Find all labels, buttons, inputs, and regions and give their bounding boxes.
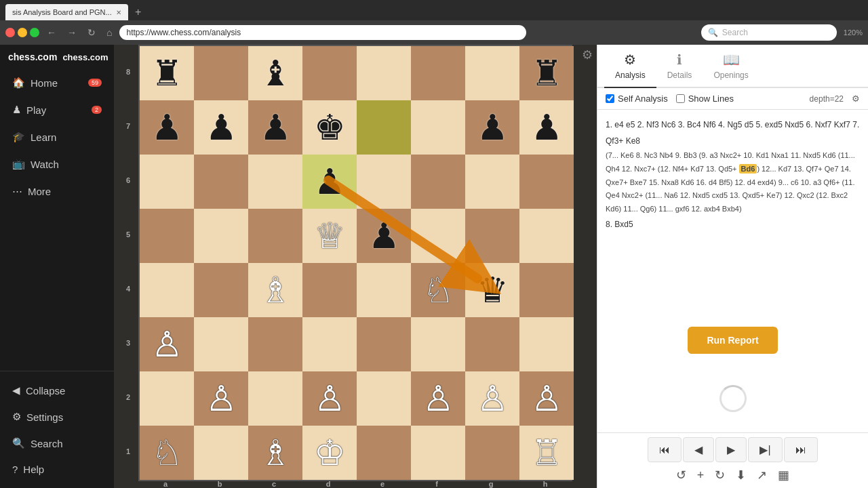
nav-first-button[interactable]: ⏮: [648, 437, 682, 462]
square-d2[interactable]: ♙: [302, 371, 357, 426]
square-e7[interactable]: [357, 100, 411, 155]
square-e2[interactable]: [357, 371, 411, 426]
flip-board-button[interactable]: ↺: [673, 466, 689, 484]
window-minimize-button[interactable]: [18, 28, 27, 37]
square-b5[interactable]: [194, 209, 248, 263]
nav-next-button[interactable]: ▶|: [748, 437, 782, 462]
sidebar-item-settings[interactable]: ⚙ Settings: [3, 404, 111, 430]
browser-refresh-button[interactable]: ↻: [84, 26, 99, 39]
square-c5[interactable]: [248, 209, 302, 263]
square-g1[interactable]: [465, 426, 519, 480]
square-a7[interactable]: ♟: [140, 100, 194, 155]
square-c4[interactable]: ♗: [248, 263, 302, 317]
square-b8[interactable]: [194, 46, 248, 100]
square-h8[interactable]: ♜: [519, 46, 574, 100]
run-report-button[interactable]: Run Report: [688, 327, 777, 354]
square-e1[interactable]: [357, 426, 411, 480]
square-a3[interactable]: ♙: [140, 317, 194, 371]
square-b6[interactable]: [194, 155, 248, 209]
share-button[interactable]: ↗: [754, 466, 770, 484]
self-analysis-checkbox[interactable]: [606, 94, 614, 103]
board-settings-icon[interactable]: ⚙: [582, 47, 593, 62]
square-e4[interactable]: [357, 263, 411, 317]
sidebar-item-more[interactable]: ⋯ More: [3, 178, 111, 204]
square-f7[interactable]: [411, 100, 465, 155]
tab-analysis[interactable]: ⚙ Analysis: [604, 45, 656, 88]
sidebar-item-learn[interactable]: 🎓 Learn: [3, 124, 111, 150]
square-f2[interactable]: ♙: [411, 371, 465, 426]
square-h6[interactable]: [519, 155, 574, 209]
square-c7[interactable]: ♟: [248, 100, 302, 155]
window-maximize-button[interactable]: [30, 28, 39, 37]
browser-back-button[interactable]: ←: [43, 26, 60, 39]
square-e8[interactable]: [357, 46, 411, 100]
sidebar-item-search[interactable]: 🔍 Search: [3, 430, 111, 456]
browser-search-bar[interactable]: 🔍 Search: [701, 24, 837, 41]
square-f6[interactable]: [411, 155, 465, 209]
square-c2[interactable]: [248, 371, 302, 426]
square-c3[interactable]: [248, 317, 302, 371]
sidebar-item-home[interactable]: 🏠 Home 59: [3, 70, 111, 96]
address-bar[interactable]: https://www.chess.com/analysis: [119, 25, 526, 40]
nav-play-button[interactable]: ▶: [715, 437, 747, 462]
add-button[interactable]: +: [694, 466, 707, 484]
square-a5[interactable]: [140, 209, 194, 263]
square-b7[interactable]: ♟: [194, 100, 248, 155]
square-b1[interactable]: [194, 426, 248, 480]
square-h3[interactable]: [519, 317, 574, 371]
square-e5[interactable]: ♟: [357, 209, 411, 263]
square-c1[interactable]: ♗: [248, 426, 302, 480]
nav-last-button[interactable]: ⏭: [784, 437, 818, 462]
square-g5[interactable]: [465, 209, 519, 263]
square-f5[interactable]: [411, 209, 465, 263]
square-d8[interactable]: [302, 46, 357, 100]
tab-close-button[interactable]: ✕: [116, 9, 121, 16]
square-f1[interactable]: [411, 426, 465, 480]
square-f8[interactable]: [411, 46, 465, 100]
square-e6[interactable]: [357, 155, 411, 209]
square-h2[interactable]: ♙: [519, 371, 574, 426]
square-a1[interactable]: ♘: [140, 426, 194, 480]
browser-forward-button[interactable]: →: [64, 26, 80, 39]
square-a2[interactable]: [140, 371, 194, 426]
sidebar-item-play[interactable]: ♟ Play 2: [3, 97, 111, 123]
square-h7[interactable]: ♟: [519, 100, 574, 155]
download-button[interactable]: ⬇: [733, 466, 749, 484]
square-f3[interactable]: [411, 317, 465, 371]
square-h1[interactable]: ♖: [519, 426, 574, 480]
panel-settings-icon[interactable]: ⚙: [852, 94, 860, 104]
square-d5[interactable]: ♕: [302, 209, 357, 263]
square-b2[interactable]: ♙: [194, 371, 248, 426]
tab-details[interactable]: ℹ Details: [656, 45, 703, 88]
chess-board[interactable]: ♜♝♜♟♟♟♚♟♟♟♕♟♗♘♛♙♙♙♙♙♙♘♗♔♖: [138, 45, 572, 481]
show-lines-checkbox[interactable]: [676, 94, 685, 103]
square-a8[interactable]: ♜: [140, 46, 194, 100]
square-d7[interactable]: ♚: [302, 100, 357, 155]
square-e3[interactable]: [357, 317, 411, 371]
square-d1[interactable]: ♔: [302, 426, 357, 480]
square-b4[interactable]: [194, 263, 248, 317]
nav-prev-button[interactable]: ◀: [683, 437, 714, 462]
sidebar-item-watch[interactable]: 📺 Watch: [3, 151, 111, 177]
square-d6[interactable]: ♟: [302, 155, 357, 209]
square-c6[interactable]: [248, 155, 302, 209]
square-d4[interactable]: [302, 263, 357, 317]
board-view-button[interactable]: ▦: [775, 466, 792, 484]
browser-home-button[interactable]: ⌂: [103, 26, 115, 39]
square-a4[interactable]: [140, 263, 194, 317]
square-g7[interactable]: ♟: [465, 100, 519, 155]
window-close-button[interactable]: [5, 28, 15, 37]
square-g2[interactable]: ♙: [465, 371, 519, 426]
browser-tab[interactable]: sis Analysis Board and PGN... ✕: [5, 4, 128, 20]
square-b3[interactable]: [194, 317, 248, 371]
square-a6[interactable]: [140, 155, 194, 209]
sidebar-item-help[interactable]: ? Help: [3, 457, 111, 482]
square-g4[interactable]: ♛: [465, 263, 519, 317]
sidebar-item-collapse[interactable]: ◀ Collapse: [3, 378, 111, 403]
new-tab-button[interactable]: +: [128, 4, 149, 20]
square-g6[interactable]: [465, 155, 519, 209]
tab-openings[interactable]: 📖 Openings: [703, 45, 759, 88]
reset-button[interactable]: ↻: [712, 466, 728, 484]
square-g8[interactable]: [465, 46, 519, 100]
square-d3[interactable]: [302, 317, 357, 371]
